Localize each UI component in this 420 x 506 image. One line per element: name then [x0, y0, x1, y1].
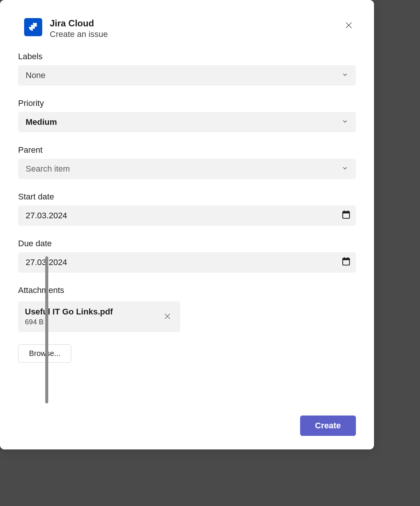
priority-select[interactable]: Medium [18, 112, 356, 132]
calendar-icon [342, 257, 350, 268]
labels-group: Labels None [18, 52, 356, 86]
scrollbar[interactable] [40, 256, 43, 403]
jira-icon [24, 18, 42, 36]
scrollbar-thumb[interactable] [45, 256, 48, 403]
create-button[interactable]: Create [300, 416, 356, 436]
close-icon [164, 313, 171, 320]
browse-button[interactable]: Browse... [18, 344, 71, 363]
dialog-subtitle: Create an issue [50, 29, 342, 40]
start-date-value: 27.03.2024 [26, 211, 67, 221]
chevron-down-icon [342, 117, 348, 127]
due-date-label: Due date [18, 239, 356, 248]
calendar-icon [342, 210, 350, 221]
close-icon [345, 21, 353, 29]
labels-label: Labels [18, 52, 356, 61]
app-title: Jira Cloud [50, 18, 342, 29]
close-button[interactable] [342, 18, 356, 32]
start-date-label: Start date [18, 192, 356, 202]
parent-select[interactable]: Search item [18, 159, 356, 179]
dialog-footer: Create [0, 406, 374, 449]
start-date-group: Start date 27.03.2024 [18, 192, 356, 226]
svg-rect-7 [343, 258, 349, 260]
attachment-size: 694 B [25, 317, 155, 327]
dialog-body: Labels None Priority Medium Parent Searc… [0, 40, 374, 406]
parent-label: Parent [18, 145, 356, 155]
due-date-group: Due date 27.03.2024 [18, 239, 356, 273]
create-issue-dialog: Jira Cloud Create an issue Labels None P… [0, 0, 374, 449]
remove-attachment-button[interactable] [161, 310, 173, 324]
chevron-down-icon [342, 71, 348, 80]
parent-placeholder: Search item [26, 164, 70, 174]
svg-rect-3 [343, 212, 349, 213]
priority-label: Priority [18, 98, 356, 108]
priority-value: Medium [26, 117, 57, 127]
parent-group: Parent Search item [18, 145, 356, 179]
attachment-info: Useful IT Go Links.pdf 694 B [25, 307, 155, 327]
header-text: Jira Cloud Create an issue [50, 18, 342, 40]
priority-group: Priority Medium [18, 98, 356, 132]
labels-select[interactable]: None [18, 65, 356, 86]
attachment-name: Useful IT Go Links.pdf [25, 307, 155, 317]
labels-value: None [26, 71, 46, 80]
dialog-header: Jira Cloud Create an issue [0, 0, 374, 40]
attachments-label: Attachments [18, 285, 356, 295]
due-date-input[interactable]: 27.03.2024 [18, 252, 356, 273]
chevron-down-icon [342, 164, 348, 174]
start-date-input[interactable]: 27.03.2024 [18, 205, 356, 226]
attachments-group: Attachments Useful IT Go Links.pdf 694 B… [18, 285, 356, 362]
